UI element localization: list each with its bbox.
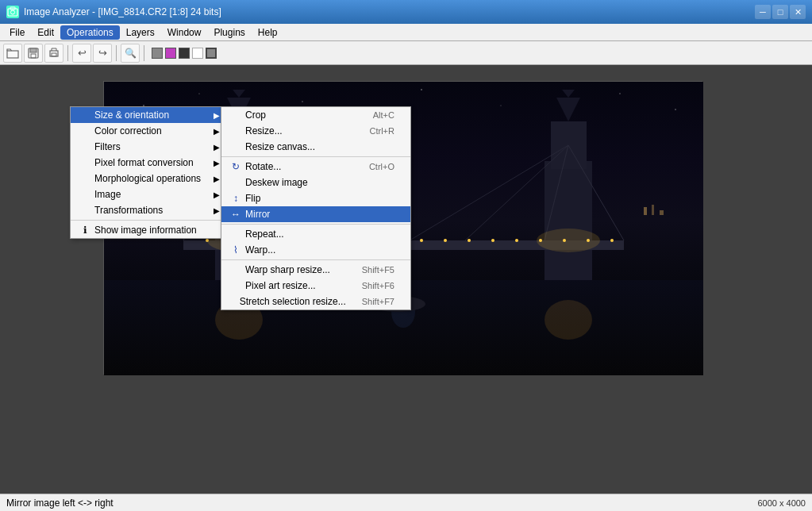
menu-file[interactable]: File — [3, 25, 31, 40]
menu-item-crop[interactable]: Crop Alt+C — [221, 107, 410, 123]
menu-item-stretch-selection[interactable]: Stretch selection resize... Shift+F7 — [221, 294, 410, 309]
svg-point-49 — [587, 239, 590, 242]
menu-item-warp-sharp[interactable]: Warp sharp resize... Shift+F5 — [221, 262, 410, 278]
svg-rect-3 — [7, 51, 18, 58]
mirror-icon: ↔ — [229, 209, 242, 220]
menu-separator-2 — [221, 156, 410, 157]
svg-point-56 — [619, 93, 620, 94]
menu-item-pixel-format[interactable]: Pixel format conversion ▶ — [71, 155, 236, 171]
main-bg: Size & orientation ▶ Color correction ▶ … — [0, 65, 812, 494]
menu-item-show-info[interactable]: ℹ Show image information — [71, 222, 236, 238]
menu-item-mirror[interactable]: ↔ Mirror — [221, 206, 410, 222]
toolbar: ↩ ↪ 🔍 — [0, 41, 812, 65]
svg-point-46 — [515, 239, 518, 242]
menu-item-size-orientation[interactable]: Size & orientation ▶ — [71, 107, 236, 123]
title-bar-left: Image Analyzer - [IMG_8814.CR2 [1:8] 24 … — [6, 6, 221, 18]
svg-rect-5 — [30, 48, 37, 52]
toolbar-zoom[interactable]: 🔍 — [121, 44, 140, 63]
close-button[interactable]: ✕ — [790, 5, 806, 19]
maximize-button[interactable]: □ — [772, 5, 788, 19]
color-accent — [165, 48, 176, 59]
menu-item-color-correction[interactable]: Color correction ▶ — [71, 123, 236, 139]
toolbar-separator-2 — [116, 45, 117, 61]
color-bg-light — [192, 48, 203, 59]
color-bg-dark — [179, 48, 190, 59]
menu-edit[interactable]: Edit — [31, 25, 60, 40]
menu-item-repeat[interactable]: Repeat... — [221, 226, 410, 242]
toolbar-separator-1 — [67, 45, 68, 61]
menu-plugins[interactable]: Plugins — [207, 25, 251, 40]
image-dimensions: 6000 x 4000 — [757, 498, 806, 508]
toolbar-save[interactable] — [24, 44, 43, 63]
svg-point-54 — [421, 89, 422, 90]
svg-point-29 — [537, 229, 600, 252]
svg-point-55 — [500, 105, 501, 106]
submenu-arrow-pixel: ▶ — [214, 159, 220, 167]
color-border — [206, 48, 217, 59]
svg-point-45 — [491, 239, 495, 242]
svg-rect-6 — [31, 54, 36, 58]
title-bar: Image Analyzer - [IMG_8814.CR2 [1:8] 24 … — [0, 0, 812, 24]
svg-point-43 — [444, 239, 447, 242]
menu-item-morphological[interactable]: Morphological operations ▶ — [71, 171, 236, 186]
app-icon — [6, 6, 19, 18]
app-window: Image Analyzer - [IMG_8814.CR2 [1:8] 24 … — [0, 0, 812, 511]
toolbar-open[interactable] — [3, 44, 22, 63]
size-orientation-dropdown: Crop Alt+C Resize... Ctrl+R Resize canva… — [221, 106, 411, 310]
menu-layers[interactable]: Layers — [120, 25, 161, 40]
submenu-arrow-size: ▶ — [214, 111, 220, 120]
submenu-arrow-filters: ▶ — [214, 143, 220, 152]
svg-point-50 — [610, 239, 614, 242]
submenu-arrow-morphological: ▶ — [214, 175, 220, 183]
menu-item-resize-canvas[interactable]: Resize canvas... — [221, 139, 410, 155]
svg-point-47 — [539, 239, 542, 242]
svg-point-53 — [302, 101, 302, 102]
content-area: Size & orientation ▶ Color correction ▶ … — [0, 65, 812, 494]
rotate-icon: ↻ — [229, 161, 242, 172]
submenu-arrow-transformations: ▶ — [214, 206, 220, 215]
minimize-button[interactable]: ─ — [755, 5, 771, 19]
status-bar: Mirror image left <-> right 6000 x 4000 — [0, 494, 812, 511]
menu-item-image[interactable]: Image ▶ — [71, 186, 236, 202]
svg-rect-63 — [660, 210, 664, 215]
svg-point-48 — [563, 239, 566, 242]
menu-separator-4 — [221, 259, 410, 260]
flip-icon: ↕ — [229, 193, 242, 204]
svg-point-33 — [206, 239, 209, 242]
warp-icon: ⌇ — [229, 244, 242, 256]
menu-help[interactable]: Help — [252, 25, 284, 40]
svg-point-57 — [675, 109, 676, 110]
menu-item-deskew[interactable]: Deskew image — [221, 175, 410, 190]
menu-item-flip[interactable]: ↕ Flip — [221, 190, 410, 206]
toolbar-separator-3 — [144, 45, 144, 61]
svg-point-42 — [420, 239, 423, 242]
svg-rect-61 — [644, 207, 647, 215]
title-controls: ─ □ ✕ — [755, 5, 806, 19]
svg-point-1 — [11, 10, 15, 14]
menu-separator-3 — [221, 224, 410, 225]
svg-rect-15 — [545, 161, 592, 280]
toolbar-print[interactable] — [44, 44, 63, 63]
menu-separator-1 — [71, 220, 236, 221]
menu-window[interactable]: Window — [161, 25, 208, 40]
svg-point-31 — [545, 300, 592, 340]
submenu-arrow-image: ▶ — [214, 190, 220, 199]
svg-rect-62 — [652, 205, 654, 215]
toolbar-undo[interactable]: ↩ — [72, 44, 91, 63]
toolbar-redo[interactable]: ↪ — [93, 44, 112, 63]
menu-item-pixel-art[interactable]: Pixel art resize... Shift+F6 — [221, 278, 410, 294]
menu-operations[interactable]: Operations — [60, 25, 120, 40]
menu-item-warp[interactable]: ⌇ Warp... — [221, 242, 410, 258]
status-text: Mirror image left <-> right — [6, 498, 114, 509]
operations-dropdown: Size & orientation ▶ Color correction ▶ … — [70, 106, 237, 239]
menu-bar: File Edit Operations Layers Window Plugi… — [0, 24, 812, 41]
menu-item-rotate[interactable]: ↻ Rotate... Ctrl+O — [221, 159, 410, 175]
menu-item-transformations[interactable]: Transformations ▶ — [71, 202, 236, 218]
color-fg — [152, 48, 163, 59]
svg-point-44 — [468, 239, 471, 242]
submenu-arrow-color: ▶ — [214, 127, 220, 136]
color-indicators — [152, 48, 217, 59]
svg-point-52 — [198, 93, 199, 94]
menu-item-resize[interactable]: Resize... Ctrl+R — [221, 123, 410, 139]
menu-item-filters[interactable]: Filters ▶ — [71, 139, 236, 155]
